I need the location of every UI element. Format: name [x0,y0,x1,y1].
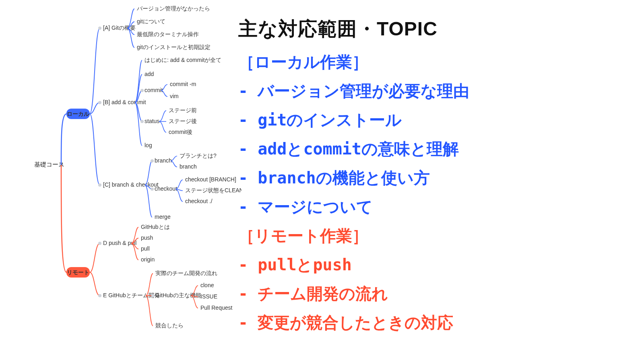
local-item: - addとcommitの意味と理解 [238,134,629,163]
svg-text:実際のチーム開発の流れ: 実際のチーム開発の流れ [155,270,217,276]
svg-text:E GitHubとチーム開発: E GitHubとチーム開発 [103,292,160,298]
svg-text:[B] add & commit: [B] add & commit [103,99,146,105]
svg-point-7 [98,183,101,187]
svg-text:commit -m: commit -m [170,81,196,87]
svg-text:ブランチとは?: ブランチとは? [180,152,217,159]
svg-text:branch: branch [180,163,197,170]
local-item: - バージョン管理が必要な理由 [238,76,629,105]
mindmap-root: 基礎コース [34,161,64,168]
topic-panel: 主な対応範囲・TOPIC ［ローカル作業］ - バージョン管理が必要な理由 - … [238,16,629,337]
svg-text:merge: merge [155,214,171,220]
svg-text:最低限のターミナル操作: 最低限のターミナル操作 [137,31,199,37]
svg-point-44 [151,294,155,297]
svg-text:gitのインストールと初期設定: gitのインストールと初期設定 [137,44,211,50]
remote-item: - チーム開発の流れ [238,279,629,308]
svg-text:checkout ./: checkout ./ [185,198,213,204]
svg-text:origin: origin [141,256,155,263]
svg-text:はじめに: add & commitが全て: はじめに: add & commitが全て [144,57,221,63]
svg-text:ISSUE: ISSUE [200,293,217,300]
remote-item: - 変更が競合したときの対応 [238,308,629,337]
svg-point-17 [140,120,144,123]
svg-text:checkout: checkout [155,185,177,192]
remote-pill: リモート [67,269,89,276]
svg-text:pull: pull [141,245,150,252]
svg-text:GitHubの主な機能: GitHubの主な機能 [155,292,201,298]
svg-point-3 [98,27,101,30]
local-item: - branchの機能と使い方 [238,163,629,192]
svg-point-15 [140,89,144,92]
svg-point-27 [151,187,154,191]
svg-text:GitHubとは: GitHubとは [141,224,170,230]
svg-point-5 [98,101,101,104]
svg-text:checkout [BRANCH]: checkout [BRANCH] [185,176,236,183]
svg-text:[C] branch & checkout: [C] branch & checkout [103,181,159,188]
svg-text:バージョン管理がなかったら: バージョン管理がなかったら [136,5,210,12]
remote-item: - pullとpush [238,250,629,279]
svg-text:ステージ前: ステージ前 [169,107,197,113]
mindmap-diagram: 基礎コース ローカル リモート [A] Gitの概要 [B] add & com… [0,0,242,362]
svg-text:Pull Request: Pull Request [200,304,232,311]
svg-text:branch: branch [155,157,172,164]
local-item: - マージについて [238,192,629,221]
remote-header: ［リモート作業］ [238,221,629,250]
topic-title: 主な対応範囲・TOPIC [238,16,629,42]
svg-text:ステージ後: ステージ後 [169,118,197,124]
svg-point-35 [98,242,101,245]
svg-text:D push & pull: D push & pull [103,240,136,246]
svg-text:push: push [141,234,153,241]
svg-point-25 [151,159,154,162]
svg-text:clone: clone [200,282,214,288]
local-item: - gitのインストール [238,105,629,134]
svg-point-37 [98,294,101,297]
svg-text:status: status [144,118,159,124]
svg-text:commit後: commit後 [169,129,192,135]
svg-text:gitについて: gitについて [137,18,165,25]
svg-text:vim: vim [170,93,179,99]
svg-text:競合したら: 競合したら [155,322,184,329]
svg-text:log: log [144,142,152,148]
svg-text:commit: commit [144,87,163,93]
svg-text:ステージ状態をCLEANにする: ステージ状態をCLEANにする [185,187,242,193]
local-header: ［ローカル作業］ [238,47,629,76]
local-pill: ローカル [67,111,90,117]
svg-text:add: add [144,71,154,77]
